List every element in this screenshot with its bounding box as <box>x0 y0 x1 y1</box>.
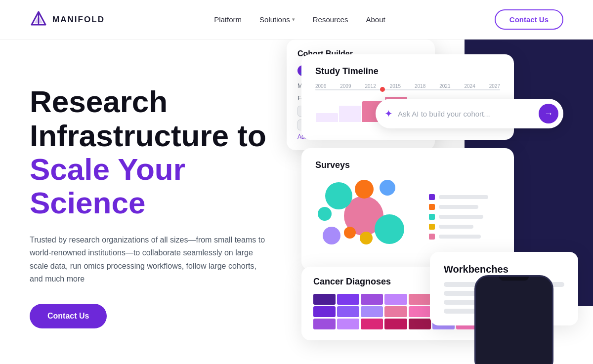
study-timeline-title: Study Timeline <box>315 66 500 77</box>
logo-icon <box>30 11 47 29</box>
surveys-title: Surveys <box>315 160 500 170</box>
nav-platform[interactable]: Platform <box>214 15 242 24</box>
hero-panels: Study Timeline 2006 2009 2012 2015 2018 … <box>287 40 593 364</box>
surveys-legend <box>429 194 488 240</box>
workbenches-title: Workbenches <box>444 264 564 275</box>
bubble-chart <box>315 177 414 256</box>
hero-contact-button[interactable]: Contact Us <box>30 304 107 328</box>
surveys-chart-area <box>315 177 500 256</box>
nav-solutions[interactable]: Solutions ▾ <box>259 15 295 24</box>
brand-name: MANIFOLD <box>52 15 105 25</box>
nav-links: Platform Solutions ▾ Resources About <box>214 15 385 24</box>
phone-notch <box>499 277 529 281</box>
ai-sparkle-icon: ✦ <box>384 108 393 120</box>
nav-resources[interactable]: Resources <box>313 15 348 24</box>
main-content: Research Infrastructure to Scale Your Sc… <box>0 40 593 364</box>
timeline-years: 2006 2009 2012 2015 2018 2021 2024 2027 <box>315 83 500 89</box>
ai-submit-button[interactable]: → <box>539 104 558 123</box>
hero-section: Research Infrastructure to Scale Your Sc… <box>0 40 287 364</box>
ai-input-row[interactable]: ✦ Ask AI to build your cohort... → <box>376 99 563 128</box>
logo[interactable]: MANIFOLD <box>30 11 105 29</box>
nav-contact-button[interactable]: Contact Us <box>495 9 563 30</box>
hero-title: Research Infrastructure to Scale Your Sc… <box>30 85 287 220</box>
chevron-down-icon: ▾ <box>292 16 295 23</box>
arrow-right-icon: → <box>544 109 553 119</box>
ai-input-placeholder: Ask AI to build your cohort... <box>398 110 534 118</box>
nav-about[interactable]: About <box>366 15 385 24</box>
timeline-dot <box>380 87 385 92</box>
timeline-track <box>315 89 500 90</box>
hero-subtitle: Trusted by research organizations of all… <box>30 234 267 286</box>
phone-silhouette <box>474 275 553 364</box>
navigation: MANIFOLD Platform Solutions ▾ Resources … <box>0 0 593 40</box>
